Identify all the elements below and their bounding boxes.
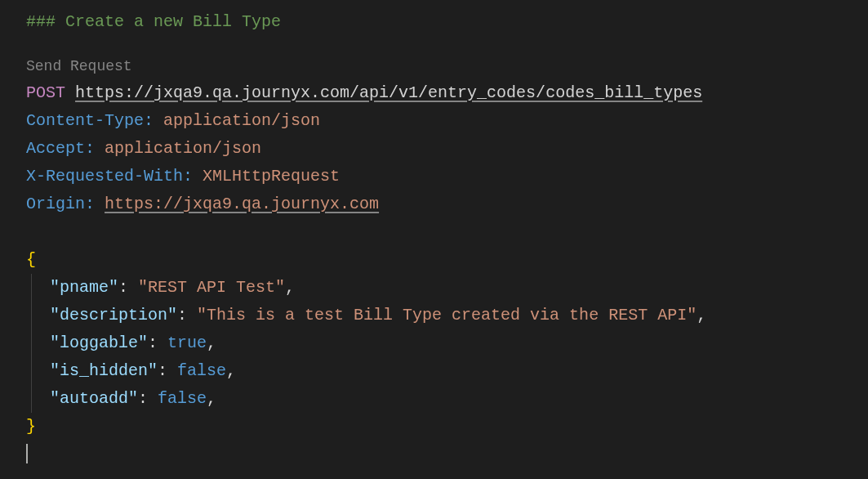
cursor-line [26, 441, 842, 468]
json-line-pname: "pname": "REST API Test", [26, 274, 842, 302]
json-value: "REST API Test" [138, 278, 285, 297]
code-editor[interactable]: ### Create a new Bill Type Send Request … [26, 8, 842, 468]
json-value: "This is a test Bill Type created via th… [197, 306, 697, 325]
header-key: Origin: [26, 195, 95, 213]
json-line-open: { [26, 246, 842, 274]
json-line-description: "description": "This is a test Bill Type… [26, 302, 842, 329]
request-line: POST https://jxqa9.qa.journyx.com/api/v1… [26, 79, 842, 107]
send-request-link[interactable]: Send Request [26, 54, 842, 79]
text-cursor [26, 444, 28, 463]
header-key: X-Requested-With: [26, 167, 193, 186]
json-line-ishidden: "is_hidden": false, [26, 357, 842, 385]
send-request-label: Send Request [26, 58, 132, 74]
header-x-requested-with: X-Requested-With: XMLHttpRequest [26, 163, 842, 190]
json-key: "autoadd" [50, 389, 138, 408]
json-key: "loggable" [50, 334, 148, 352]
header-value: application/json [105, 139, 261, 158]
header-value: XMLHttpRequest [203, 167, 340, 186]
json-value: true [167, 334, 207, 352]
header-value: application/json [163, 111, 320, 130]
header-key: Accept: [26, 139, 95, 158]
json-key: "pname" [50, 278, 118, 297]
header-content-type: Content-Type: application/json [26, 107, 842, 135]
json-key: "is_hidden" [50, 361, 158, 380]
request-url[interactable]: https://jxqa9.qa.journyx.com/api/v1/entr… [75, 83, 702, 102]
json-line-loggable: "loggable": true, [26, 329, 842, 357]
header-value[interactable]: https://jxqa9.qa.journyx.com [105, 195, 379, 213]
json-line-autoadd: "autoadd": false, [26, 385, 842, 413]
header-key: Content-Type: [26, 111, 154, 130]
json-line-close: } [26, 413, 842, 441]
json-value: false [177, 361, 226, 380]
brace-close: } [26, 417, 36, 436]
json-key: "description" [50, 306, 177, 325]
comment-text: ### Create a new Bill Type [26, 12, 281, 31]
comment-line: ### Create a new Bill Type [26, 8, 842, 36]
json-body: { "pname": "REST API Test", "description… [26, 246, 842, 468]
header-origin: Origin: https://jxqa9.qa.journyx.com [26, 190, 842, 218]
http-method: POST [26, 83, 65, 102]
brace-open: { [26, 250, 36, 269]
json-value: false [158, 389, 207, 408]
header-accept: Accept: application/json [26, 135, 842, 163]
